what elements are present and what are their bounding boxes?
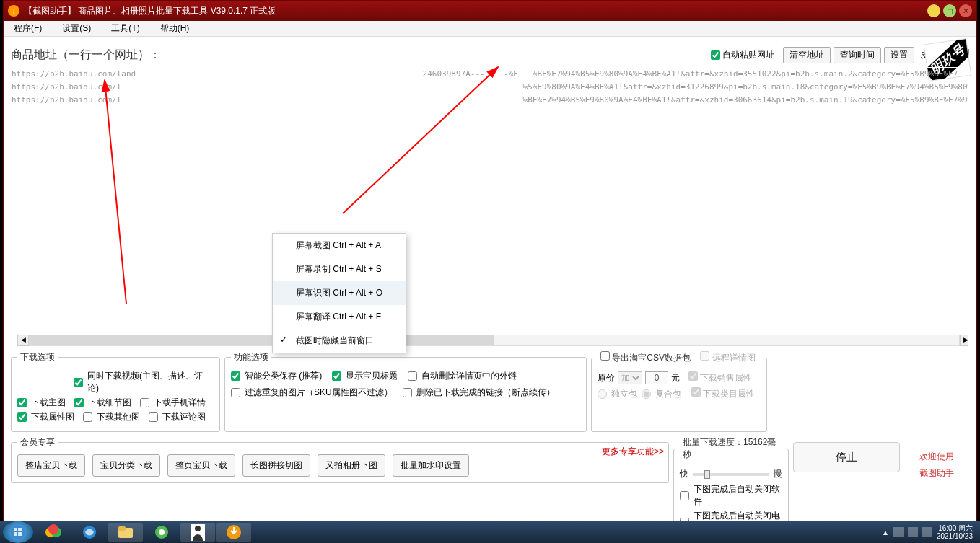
url-line-2: https://b2b.baidu.com/l %5%E9%80%9A%E4%B… <box>12 81 968 94</box>
cb-cat-attr <box>691 387 701 397</box>
cm-screenshot[interactable]: 屏幕截图 Ctrl + Alt + A <box>273 234 406 257</box>
cm-translate[interactable]: 屏幕翻译 Ctrl + Alt + F <box>273 305 406 329</box>
svg-point-12 <box>195 526 201 531</box>
cb-show-title[interactable] <box>332 371 341 381</box>
url-line-3: https://b2b.baidu.com/l %BF%E7%94%B5%E9%… <box>12 94 968 107</box>
price-value-input <box>645 371 668 384</box>
horizontal-scrollbar[interactable]: ◀ ▶ <box>17 335 969 346</box>
cb-video[interactable] <box>74 378 83 387</box>
settings-button[interactable]: 设置 <box>884 47 914 63</box>
svg-rect-14 <box>893 527 904 537</box>
download-options-panel: 下载选项 同时下载视频(主图、描述、评论) 下载主图 下载细节图 下载手机详情 … <box>11 351 220 432</box>
auto-paste-input[interactable] <box>711 50 720 60</box>
radio-merge <box>642 389 651 399</box>
cb-other-img[interactable] <box>83 412 92 422</box>
clear-address-button[interactable]: 清空地址 <box>783 47 831 63</box>
slider-thumb[interactable] <box>704 470 710 479</box>
main-window: ↓ 【截图助手】 商品图片、相册照片批量下载工具 V39.0.1.7 正式版 —… <box>3 0 977 522</box>
cb-mobile[interactable] <box>140 398 149 407</box>
cb-attr-img[interactable] <box>17 412 27 422</box>
more-vip-link[interactable]: 更多专享功能>> <box>602 446 664 458</box>
csv-panel: 导出淘宝CSV数据包 远程详情图 原价 加 元 下载销售属性 独立包 复合包 下… <box>591 351 767 432</box>
menu-bar: 程序(F) 设置(S) 工具(T) 帮助(H) <box>4 21 976 37</box>
svg-rect-15 <box>908 527 918 537</box>
price-op-select: 加 <box>618 371 642 384</box>
tb-app-2[interactable] <box>72 523 107 542</box>
side-links: 欢迎使用 截图助手 <box>904 446 969 484</box>
helper-link[interactable]: 截图助手 <box>904 467 969 480</box>
album-button[interactable]: 又拍相册下图 <box>318 454 385 477</box>
cb-smart-save[interactable] <box>231 371 240 381</box>
cb-export-csv[interactable] <box>600 351 610 361</box>
taskbar-clock[interactable]: 16:00 周六 2021/10/23 <box>937 524 977 540</box>
scroll-thumb[interactable] <box>30 335 494 345</box>
menu-settings[interactable]: 设置(S) <box>56 21 97 36</box>
auto-paste-checkbox[interactable]: 自动粘贴网址 <box>711 49 774 61</box>
explorer-icon <box>117 525 134 539</box>
svg-point-10 <box>159 529 165 535</box>
url-line-1: https://b2b.baidu.com/land 246039897A---… <box>12 68 968 81</box>
cb-del-done[interactable] <box>403 388 412 397</box>
svg-rect-16 <box>922 527 932 537</box>
welcome-link[interactable]: 欢迎使用 <box>904 451 969 463</box>
function-options-panel: 功能选项 智能分类保存 (推荐) 显示宝贝标题 自动删除详情页中的外链 过滤重复… <box>224 351 587 432</box>
cb-detail-img[interactable] <box>74 398 84 407</box>
cb-review-img[interactable] <box>149 412 158 422</box>
url-textarea[interactable]: https://b2b.baidu.com/land 246039897A---… <box>11 67 969 348</box>
cb-sale-attr <box>688 371 698 381</box>
page-download-button[interactable]: 整页宝贝下载 <box>167 454 235 477</box>
stop-button[interactable]: 停止 <box>793 442 900 472</box>
system-tray: ▲ 16:00 周六 2021/10/23 <box>882 524 977 540</box>
start-button[interactable] <box>3 521 33 543</box>
app-icon: ↓ <box>8 5 19 17</box>
volume-icon[interactable] <box>922 527 932 537</box>
window-title: 【截图助手】 商品图片、相册照片批量下载工具 V39.0.1.7 正式版 <box>24 5 927 17</box>
tb-app-3[interactable] <box>108 523 143 542</box>
cb-main-img[interactable] <box>17 398 27 407</box>
cm-record[interactable]: 屏幕录制 Ctrl + Alt + S <box>273 257 406 281</box>
whole-shop-button[interactable]: 整店宝贝下载 <box>17 454 85 477</box>
svg-point-5 <box>48 524 58 534</box>
scroll-left-icon[interactable]: ◀ <box>17 335 29 346</box>
query-time-button[interactable]: 查询时间 <box>834 47 881 63</box>
address-label: 商品地址（一行一个网址）： <box>11 48 711 63</box>
context-menu: 屏幕截图 Ctrl + Alt + A 屏幕录制 Ctrl + Alt + S … <box>272 233 406 353</box>
cb-filter-dup[interactable] <box>231 388 240 397</box>
radio-single <box>598 389 607 399</box>
tb-app-5[interactable] <box>180 523 215 542</box>
tb-app-4[interactable] <box>144 523 179 542</box>
browser-icon <box>153 524 170 541</box>
tb-app-6[interactable] <box>216 523 251 542</box>
vip-panel: 会员专享 更多专享功能>> 整店宝贝下载 宝贝分类下载 整页宝贝下载 长图拼接切… <box>11 436 669 483</box>
menu-help[interactable]: 帮助(H) <box>154 21 196 36</box>
menu-program[interactable]: 程序(F) <box>8 21 48 36</box>
network-icon[interactable] <box>908 527 918 537</box>
taskbar: ▲ 16:00 周六 2021/10/23 <box>0 521 980 543</box>
flag-icon[interactable] <box>893 527 904 537</box>
windows-icon <box>10 524 26 540</box>
cm-hide-window[interactable]: ✓截图时隐藏当前窗口 <box>273 329 406 353</box>
watermark-button[interactable]: 批量加水印设置 <box>393 454 469 477</box>
check-icon: ✓ <box>280 335 287 345</box>
speed-slider[interactable] <box>693 473 769 476</box>
menu-tools[interactable]: 工具(T) <box>105 21 145 36</box>
qq-icon <box>45 524 62 541</box>
cb-remote-detail <box>700 351 709 361</box>
cm-ocr[interactable]: 屏幕识图 Ctrl + Alt + O <box>273 281 406 305</box>
download-icon <box>225 524 242 541</box>
maximize-button[interactable]: ◻ <box>943 4 956 17</box>
person-icon <box>191 524 205 541</box>
svg-rect-8 <box>118 526 126 531</box>
tb-app-1[interactable] <box>36 523 71 542</box>
minimize-button[interactable]: — <box>927 4 940 17</box>
long-img-button[interactable]: 长图拼接切图 <box>242 454 310 477</box>
cb-auto-del-link[interactable] <box>408 371 417 381</box>
scroll-right-icon[interactable]: ▶ <box>960 335 969 346</box>
ie-icon <box>81 524 98 541</box>
cb-close-soft[interactable] <box>680 491 689 500</box>
scroll-track[interactable] <box>29 335 960 346</box>
close-button[interactable]: ✕ <box>959 4 972 17</box>
title-bar: ↓ 【截图助手】 商品图片、相册照片批量下载工具 V39.0.1.7 正式版 —… <box>4 1 976 21</box>
tray-up-icon[interactable]: ▲ <box>882 529 889 537</box>
cat-download-button[interactable]: 宝贝分类下载 <box>92 454 160 477</box>
